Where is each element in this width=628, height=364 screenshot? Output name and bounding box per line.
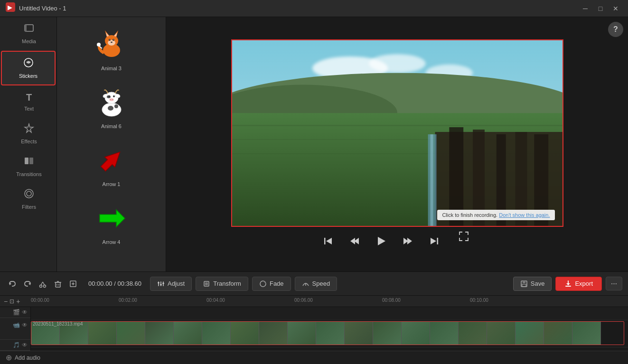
maximize-button[interactable]: □ <box>594 3 607 14</box>
animal3-image <box>93 26 131 64</box>
sidebar-item-transitions[interactable]: Transitions <box>0 150 56 183</box>
clip-thumb-19 <box>544 322 572 345</box>
close-button[interactable]: ✕ <box>609 3 622 14</box>
arrow4-image <box>93 199 131 237</box>
ruler-mark-3: 00:06.00 <box>294 298 313 303</box>
sticker-arrow4[interactable]: Arrow 4 <box>62 196 161 249</box>
insert-button[interactable] <box>66 277 80 290</box>
time-display: 00:00.00 / 00:38.60 <box>84 280 146 287</box>
animal3-label: Animal 3 <box>101 65 122 71</box>
svg-rect-7 <box>29 158 33 164</box>
speed-label: Speed <box>312 280 330 287</box>
svg-rect-81 <box>158 282 159 283</box>
transform-label: Transform <box>213 280 241 287</box>
delete-button[interactable] <box>51 277 65 290</box>
svg-marker-65 <box>28 282 30 285</box>
clip-thumb-6 <box>174 322 202 345</box>
recording-text: Click to finish recording. <box>442 212 497 218</box>
main-area: Media Stickers T Text Effects Transition… <box>0 17 628 271</box>
svg-rect-55 <box>324 238 326 244</box>
sidebar-item-text[interactable]: T Text <box>0 86 56 117</box>
svg-marker-5 <box>25 124 33 132</box>
fade-label: Fade <box>270 280 284 287</box>
sidebar-label-media: Media <box>22 38 36 44</box>
audio-track-icon[interactable]: 🎵 <box>13 342 20 348</box>
svg-line-68 <box>41 282 43 285</box>
clip-thumb-20 <box>572 322 601 345</box>
svg-point-34 <box>112 99 113 100</box>
ruler-mark-1: 00:02.00 <box>119 298 137 303</box>
svg-text:▶: ▶ <box>8 4 12 11</box>
bottom-toolbar: 00:00.00 / 00:38.60 Adjust Transform Fad… <box>0 271 628 295</box>
save-button[interactable]: Save <box>513 277 552 291</box>
adjust-button[interactable]: Adjust <box>150 277 192 291</box>
svg-marker-64 <box>9 282 11 285</box>
play-button[interactable] <box>373 233 390 250</box>
svg-rect-89 <box>523 281 525 283</box>
svg-marker-59 <box>378 237 385 245</box>
export-button[interactable]: Export <box>555 277 602 291</box>
fullscreen-button[interactable] <box>457 230 470 243</box>
svg-marker-35 <box>98 147 125 174</box>
rewind-button[interactable] <box>346 233 363 250</box>
skip-back-button[interactable] <box>319 233 337 250</box>
sidebar-item-effects[interactable]: Effects <box>0 117 56 150</box>
add-audio-button[interactable]: ⊕ Add audio <box>0 351 628 364</box>
zoom-fit-button[interactable]: ⊡ <box>9 298 14 305</box>
svg-rect-6 <box>25 158 28 164</box>
svg-rect-83 <box>162 283 164 284</box>
svg-point-66 <box>40 285 42 287</box>
clip-thumb-2 <box>60 322 88 345</box>
sidebar-label-filters: Filters <box>22 204 36 210</box>
svg-point-18 <box>112 39 114 41</box>
svg-marker-61 <box>407 238 412 244</box>
arrow1-image <box>93 141 131 179</box>
help-button[interactable]: ? <box>608 22 623 37</box>
media-icon <box>24 23 34 36</box>
zoom-in-button[interactable]: + <box>16 298 20 305</box>
video-clip[interactable] <box>31 321 624 345</box>
minimize-button[interactable]: ─ <box>579 3 592 14</box>
skip-forward-button[interactable] <box>426 233 443 250</box>
sticker-animal3[interactable]: Animal 3 <box>62 22 161 75</box>
sidebar-item-stickers[interactable]: Stickers <box>1 51 56 85</box>
fade-button[interactable]: Fade <box>252 277 291 291</box>
video-preview: Click to finish recording. Don't show th… <box>231 39 563 227</box>
main-track-camera[interactable]: 📹 <box>13 322 20 328</box>
clip-thumb-7 <box>202 322 231 345</box>
sidebar-item-filters[interactable]: Filters <box>0 183 56 215</box>
sidebar-label-text: Text <box>24 106 34 112</box>
recording-link[interactable]: Don't show this again. <box>499 212 550 218</box>
more-button[interactable]: ⋯ <box>606 277 622 290</box>
video-track-icon[interactable]: 🎬 <box>13 309 20 316</box>
svg-rect-62 <box>437 238 438 244</box>
sidebar-item-media[interactable]: Media <box>0 17 56 50</box>
track-row-main[interactable]: 20230511_182313.mp4 <box>31 320 628 347</box>
audio-track-eye[interactable]: 👁 <box>22 342 28 348</box>
animal6-label: Animal 6 <box>101 123 122 129</box>
video-track-eye[interactable]: 👁 <box>22 309 28 316</box>
sidebar: Media Stickers T Text Effects Transition… <box>0 17 57 271</box>
playback-controls <box>166 233 628 250</box>
sticker-arrow1[interactable]: Arrow 1 <box>62 138 161 191</box>
timeline-ruler: − ⊡ + 00:00.00 00:02.00 00:04.00 00:06.0… <box>0 296 628 307</box>
svg-point-24 <box>105 92 118 103</box>
clip-thumb-3 <box>88 322 117 345</box>
sticker-panel: ◀ <box>57 17 166 271</box>
svg-rect-92 <box>565 286 571 287</box>
add-icon: ⊕ <box>6 353 12 362</box>
svg-point-31 <box>113 95 115 97</box>
main-track-eye[interactable]: 👁 <box>22 322 28 328</box>
zoom-out-button[interactable]: − <box>4 298 8 305</box>
redo-button[interactable] <box>21 277 34 290</box>
track-row-top <box>31 307 628 320</box>
sticker-animal6[interactable]: Animal 6 <box>62 80 161 133</box>
transform-button[interactable]: Transform <box>196 277 248 291</box>
cut-button[interactable] <box>36 277 49 290</box>
undo-button[interactable] <box>6 277 19 290</box>
svg-marker-14 <box>106 32 109 37</box>
speed-button[interactable]: Speed <box>295 277 337 291</box>
fast-forward-button[interactable] <box>399 233 416 250</box>
track-header-main: 📹 👁 <box>0 318 30 340</box>
svg-point-32 <box>109 98 114 101</box>
